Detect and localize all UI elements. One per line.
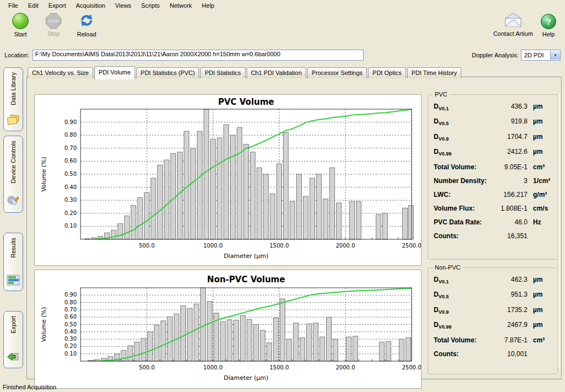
contact-artium-button[interactable]: Contact Artium	[490, 13, 536, 37]
non-pvc-stat-value: 7.87E-1	[488, 336, 527, 344]
svg-text:0.40: 0.40	[65, 329, 77, 335]
tab-pdi-volume[interactable]: PDI Volume	[94, 66, 135, 79]
pvc-stat-label: Volume Flux:	[434, 205, 488, 212]
tab-content-pane: 0.100.200.300.400.500.600.700.800.90500.…	[26, 77, 562, 379]
pvc-stat-label: DV0.1	[434, 103, 488, 111]
svg-text:Volume (%): Volume (%)	[40, 307, 47, 342]
chart-non-pvc-volume: 0.100.200.300.400.500.600.700.800.90500.…	[34, 270, 422, 389]
pvc-stat-row: Counts:16,351	[434, 232, 552, 240]
sidebar-item-data-library[interactable]: Data Library	[3, 67, 23, 131]
svg-text:2500.0: 2500.0	[402, 364, 422, 370]
pvc-stat-unit: g/m³	[527, 191, 552, 198]
reload-button[interactable]: Reload	[71, 13, 103, 37]
start-button[interactable]: Start	[4, 13, 36, 37]
menu-item-file[interactable]: File	[3, 1, 23, 10]
svg-text:2000.0: 2000.0	[336, 243, 355, 249]
tab-pdi-statistics-pvc-[interactable]: PDI Statistics (PVC)	[136, 67, 199, 78]
svg-text:0.60: 0.60	[65, 314, 77, 320]
menu-item-acquisition[interactable]: Acquisition	[71, 1, 110, 10]
menu-item-edit[interactable]: Edit	[23, 1, 44, 10]
envelope-icon	[503, 13, 523, 29]
tab-ch1-velocity-vs-size[interactable]: Ch1 Velocity vs. Size	[28, 67, 93, 78]
charts-column: 0.100.200.300.400.500.600.700.800.90500.…	[34, 94, 422, 392]
chevron-down-icon[interactable]: ▼	[550, 51, 560, 60]
svg-text:0.80: 0.80	[65, 299, 77, 305]
doppler-analysis-select[interactable]: 2D PDI ▼	[521, 50, 561, 61]
svg-text:0.70: 0.70	[65, 307, 77, 313]
start-button-label: Start	[14, 31, 26, 37]
pvc-stat-row: PVC Data Rate:46.0Hz	[434, 218, 552, 226]
pvc-stat-row: Number Density:31/cm³	[434, 177, 552, 185]
svg-text:1000.0: 1000.0	[204, 364, 223, 370]
menu-item-export[interactable]: Export	[44, 1, 71, 10]
help-button[interactable]: ? Help	[537, 13, 559, 37]
menu-item-network[interactable]: Network	[164, 1, 196, 10]
pvc-stat-unit: 1/cm³	[527, 177, 552, 185]
svg-text:0.30: 0.30	[65, 197, 77, 203]
sidebar-item-results[interactable]: Results	[3, 233, 23, 291]
location-label: Location:	[4, 52, 29, 58]
non-pvc-stat-row: DV0.91735.2µm	[434, 306, 552, 315]
pvc-stat-label: Counts:	[434, 232, 488, 240]
pvc-stat-unit: µm	[527, 148, 552, 155]
sidebar: Data LibraryDevice ControlsResultsExport	[1, 67, 25, 379]
tab-pdi-optics[interactable]: PDI Optics	[368, 67, 406, 78]
chart-pvc-volume: 0.100.200.300.400.500.600.700.800.90500.…	[34, 94, 422, 266]
svg-text:2500.0: 2500.0	[402, 243, 422, 249]
pvc-stat-value: 46.0	[488, 218, 527, 226]
svg-text:1500.0: 1500.0	[270, 243, 289, 249]
pvc-stat-unit: µm	[527, 133, 552, 141]
non-pvc-stat-unit: µm	[527, 321, 552, 329]
pvc-stat-row: DV0.992412.6µm	[434, 148, 552, 157]
question-mark-icon: ?	[541, 14, 556, 29]
location-input[interactable]: F:\My Documents\AIMS Data\2013\2013\11\2…	[33, 50, 364, 61]
sidebar-item-label: Results	[10, 238, 17, 258]
pvc-stat-row: DV0.91704.7µm	[434, 133, 552, 142]
pvc-stat-unit: cm/s	[527, 205, 552, 212]
non-pvc-stat-row: Counts:10,001	[434, 350, 552, 358]
pvc-stat-label: DV0.99	[434, 148, 488, 157]
menu-item-views[interactable]: Views	[110, 1, 136, 10]
pvc-stat-label: DV0.5	[434, 117, 488, 126]
menu-bar: FileEditExportAcquisitionViewsScriptsNet…	[0, 0, 565, 11]
pvc-group-title: PVC	[433, 91, 450, 98]
stop-sign-icon: STOP	[46, 13, 61, 29]
tab-pdi-statistics[interactable]: PDI Statistics	[200, 67, 245, 78]
sidebar-item-label: Data Library	[10, 72, 17, 105]
non-pvc-stat-unit: µm	[527, 276, 552, 283]
non-pvc-stat-label: Total Volume:	[434, 336, 488, 344]
non-pvc-stat-value: 2467.9	[488, 321, 527, 329]
bar-chart-icon	[6, 274, 20, 287]
svg-text:0.10: 0.10	[65, 351, 77, 357]
tab-pdi-time-history[interactable]: PDI Time History	[407, 67, 462, 78]
pvc-stat-row: DV0.1436.3µm	[434, 103, 552, 111]
non-pvc-stat-row: Total Volume:7.87E-1cm³	[434, 336, 552, 344]
pvc-stat-unit: µm	[527, 117, 552, 125]
svg-text:0.50: 0.50	[65, 321, 77, 327]
menu-item-help[interactable]: Help	[197, 1, 220, 10]
svg-text:0.10: 0.10	[65, 223, 77, 229]
stats-column: PVCDV0.1436.3µmDV0.5919.8µmDV0.91704.7µm…	[428, 94, 558, 382]
sidebar-item-export[interactable]: Export	[3, 311, 23, 368]
chart-svg: 0.100.200.300.400.500.600.700.800.90500.…	[35, 270, 421, 387]
svg-text:500.0: 500.0	[139, 364, 155, 370]
svg-text:Non-PVC Volume: Non-PVC Volume	[207, 275, 285, 284]
doppler-analysis-label: Doppler Analysis:	[472, 52, 519, 58]
stop-button[interactable]: STOP Stop	[38, 13, 70, 37]
pvc-stat-unit: µm	[527, 103, 552, 110]
pvc-stat-unit: Hz	[527, 218, 552, 226]
pvc-stat-value: 2412.6	[488, 148, 527, 155]
sidebar-item-device-controls[interactable]: Device Controls	[3, 136, 23, 213]
gear-magnifier-icon	[6, 195, 20, 209]
toolbar: Start STOP Stop Reload Contact Artium ?	[0, 11, 565, 48]
non-pvc-group-title: Non-PVC	[433, 264, 462, 271]
sidebar-item-label: Device Controls	[10, 141, 17, 184]
chart-svg: 0.100.200.300.400.500.600.700.800.90500.…	[35, 95, 421, 264]
menu-item-scripts[interactable]: Scripts	[136, 1, 165, 10]
tab-ch1-pdi-validation[interactable]: Ch1 PDI Validation	[247, 67, 306, 78]
pvc-stat-value: 919.8	[488, 117, 527, 125]
play-circle-icon	[12, 13, 29, 29]
tab-processor-settings[interactable]: Processor Settings	[307, 67, 367, 78]
svg-text:0.90: 0.90	[65, 119, 77, 125]
pvc-stat-value: 1704.7	[488, 133, 527, 141]
